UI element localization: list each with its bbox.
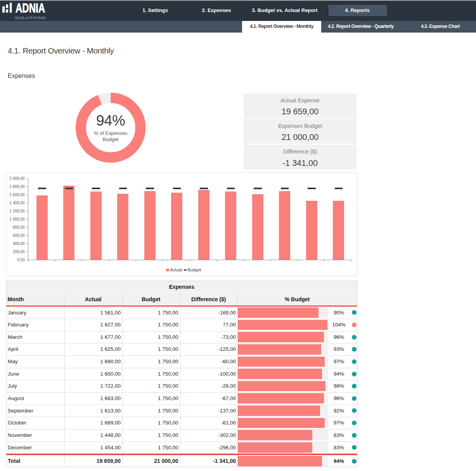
svg-text:SOLUTIONS: SOLUTIONS: [15, 16, 46, 20]
svg-text:ADNIA: ADNIA: [16, 1, 45, 15]
